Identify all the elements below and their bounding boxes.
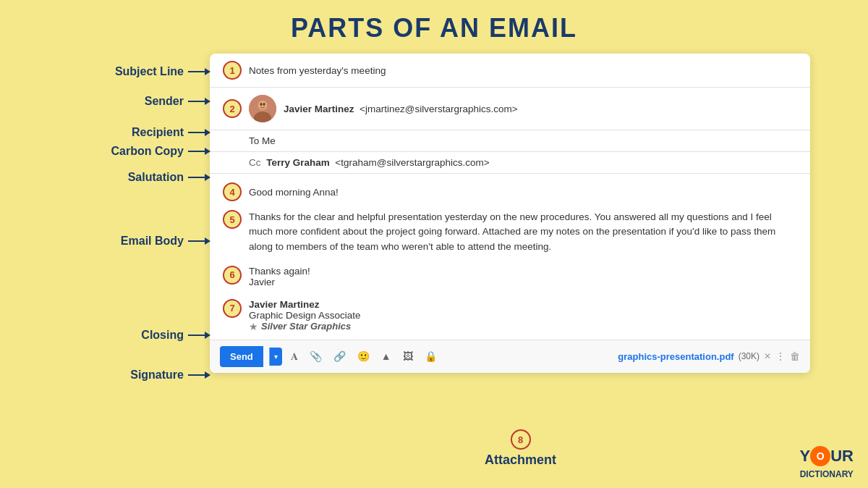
body-row: 5 Thanks for the clear and helpful prese… xyxy=(210,204,810,260)
image-icon[interactable]: 🖼 xyxy=(400,348,416,365)
link-icon[interactable]: 🔗 xyxy=(331,348,349,365)
arrow-cc xyxy=(188,151,210,152)
label-email-body: Email Body xyxy=(121,235,210,248)
number-4: 4 xyxy=(223,182,242,201)
sender-text: Javier Martinez <jmartinez@silverstargra… xyxy=(284,104,518,114)
attachment-close-icon[interactable]: ✕ xyxy=(764,351,771,361)
recipient-text: To Me xyxy=(249,135,276,146)
sig-company: ★ Silver Star Graphics xyxy=(249,321,361,332)
arrow-salutation xyxy=(188,177,210,178)
labels-area: Subject Line Sender Recipient Carbon Cop… xyxy=(58,54,210,474)
signature-text: Javier Martinez Graphic Design Associate… xyxy=(249,299,361,332)
closing-text: Thanks again! Javier xyxy=(249,266,310,287)
svg-point-5 xyxy=(263,103,265,106)
drive-icon[interactable]: ▲ xyxy=(378,348,394,365)
arrow-closing xyxy=(188,335,210,336)
attachment-filename[interactable]: graphics-presentation.pdf xyxy=(618,351,733,362)
arrow-subject xyxy=(188,71,210,72)
logo-y: Y xyxy=(800,447,811,466)
attachment-more-icon[interactable]: ⋮ xyxy=(775,350,786,362)
label-recipient: Recipient xyxy=(132,126,210,139)
cc-text: Cc Terry Graham <tgraham@silverstargraph… xyxy=(249,157,490,168)
number-5: 5 xyxy=(223,210,242,229)
attachment-size: (30K) xyxy=(739,351,760,361)
arrow-body xyxy=(188,240,210,242)
label-subject-line: Subject Line xyxy=(115,65,210,78)
attachment-delete-icon[interactable]: 🗑 xyxy=(790,350,800,362)
yourdictionary-logo: Y O UR DICTIONARY xyxy=(800,446,854,479)
subject-text: Notes from yesterday's meeting xyxy=(249,65,386,76)
closing-row: 6 Thanks again! Javier xyxy=(210,260,810,293)
arrow-recipient xyxy=(188,132,210,133)
star-icon: ★ xyxy=(249,321,258,332)
label-carbon-copy: Carbon Copy xyxy=(111,145,210,158)
font-icon[interactable]: 𝐀 xyxy=(288,348,301,366)
label-sender: Sender xyxy=(145,95,210,108)
attachment-icon[interactable]: 📎 xyxy=(307,348,325,365)
salutation-row: 4 Good morning Anna! xyxy=(210,174,810,204)
signature-row: 7 Javier Martinez Graphic Design Associa… xyxy=(210,293,810,340)
svg-point-4 xyxy=(260,103,263,106)
email-panel: 1 Notes from yesterday's meeting 2 Javie… xyxy=(210,54,810,373)
label-salutation: Salutation xyxy=(128,171,210,184)
arrow-sender xyxy=(188,101,210,102)
attachment-label: Attachment xyxy=(485,453,556,468)
logo-dictionary: DICTIONARY xyxy=(800,469,854,479)
emoji-icon[interactable]: 🙂 xyxy=(354,348,373,365)
logo-ur: UR xyxy=(830,447,854,466)
number-2: 2 xyxy=(223,99,242,118)
attachment-area: graphics-presentation.pdf (30K) ✕ ⋮ 🗑 xyxy=(618,350,800,362)
page-title: PARTS OF AN EMAIL xyxy=(0,0,868,54)
label-closing: Closing xyxy=(141,329,210,342)
number-7: 7 xyxy=(223,299,242,318)
lock-icon[interactable]: 🔒 xyxy=(422,348,440,365)
send-button[interactable]: Send xyxy=(220,346,263,367)
number-8: 8 xyxy=(511,429,531,450)
label-signature: Signature xyxy=(130,369,210,382)
recipient-row: To Me xyxy=(210,130,810,152)
arrow-signature xyxy=(188,374,210,376)
subject-row: 1 Notes from yesterday's meeting xyxy=(210,54,810,88)
sender-row: 2 Javier Martinez <jmartinez@silverstarg… xyxy=(210,88,810,130)
cc-row: Cc Terry Graham <tgraham@silverstargraph… xyxy=(210,152,810,174)
attachment-label-area: 8 Attachment xyxy=(485,429,556,468)
body-text: Thanks for the clear and helpful present… xyxy=(249,210,797,254)
number-6: 6 xyxy=(223,266,242,285)
salutation-text: Good morning Anna! xyxy=(249,187,339,198)
number-1: 1 xyxy=(223,61,242,80)
avatar xyxy=(249,95,276,122)
logo-o: O xyxy=(810,446,830,466)
send-dropdown-button[interactable]: ▾ xyxy=(269,348,282,366)
toolbar-row[interactable]: Send ▾ 𝐀 📎 🔗 🙂 ▲ 🖼 🔒 graphics-presentati… xyxy=(210,340,810,373)
